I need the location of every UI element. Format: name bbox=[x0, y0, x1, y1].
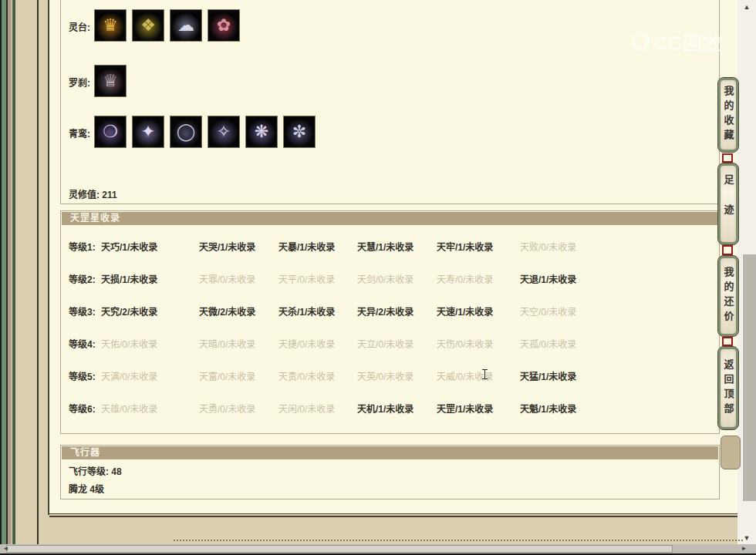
silver-circlet-icon[interactable]: ◯ bbox=[170, 116, 202, 148]
tiangang-cell: 天巧/1/未收录 bbox=[101, 240, 157, 253]
white-bird-icon[interactable]: ✧ bbox=[208, 116, 240, 148]
tiangang-row-label: 等级3: bbox=[69, 304, 96, 318]
white-crown-red-ribbon-icon[interactable]: ♕ bbox=[94, 65, 127, 97]
item-glyph: ♕ bbox=[103, 72, 118, 89]
button-connector bbox=[722, 337, 733, 346]
tiangang-cell: 天雄/0/未收录 bbox=[101, 402, 157, 415]
collection-row-label: 青鸾: bbox=[69, 116, 94, 140]
golden-crown-icon[interactable]: ♛ bbox=[94, 9, 127, 42]
purple-orb-icon[interactable]: ❍ bbox=[94, 116, 127, 148]
item-glyph: ✦ bbox=[141, 123, 155, 140]
tiangang-row: 等级5:天满/0/未收录天富/0/未收录天贵/0/未收录天英/0/未收录天威/0… bbox=[61, 369, 719, 402]
item-glyph: ☁ bbox=[177, 17, 194, 34]
tiangang-row: 等级1:天巧/1/未收录天哭/1/未收录天暴/1/未收录天慧/1/未收录天牢/1… bbox=[61, 240, 719, 272]
tiangang-cell: 天英/0/未收录 bbox=[357, 369, 413, 382]
footprints-button[interactable]: 足迹 bbox=[717, 163, 739, 245]
tiangang-cell: 天捷/0/未收录 bbox=[278, 337, 335, 350]
cc-replay-watermark: CC回放 bbox=[631, 28, 723, 56]
my-collection-button[interactable]: 我的收藏 bbox=[717, 77, 739, 153]
item-glyph: ✼ bbox=[292, 123, 306, 140]
side-tab-partial[interactable] bbox=[721, 436, 741, 469]
tiangang-cell: 天败/0/未收录 bbox=[520, 240, 576, 253]
dotted-separator bbox=[174, 540, 743, 541]
cc-replay-text: CC回放 bbox=[653, 28, 723, 56]
horizontal-scrollbar-thumb[interactable] bbox=[6, 545, 673, 553]
flight-level-line: 飞行等级: 48 bbox=[69, 464, 719, 477]
panel-bottom-border bbox=[49, 516, 737, 517]
tiangang-cell: 天勇/0/未收录 bbox=[199, 402, 255, 415]
my-counteroffer-button[interactable]: 我的还价 bbox=[717, 255, 739, 337]
collection-row-label: 罗刹: bbox=[69, 65, 94, 89]
my-collection-label: 我的收藏 bbox=[721, 86, 736, 144]
tiangang-row-label: 等级5: bbox=[69, 369, 96, 382]
white-moth-robe-icon[interactable]: ✦ bbox=[132, 116, 164, 148]
pink-bud-icon[interactable]: ✿ bbox=[208, 9, 240, 42]
collection-row: 灵台:♛❖☁✿ bbox=[61, 9, 719, 42]
tiangang-cell: 天满/0/未收录 bbox=[101, 369, 157, 382]
collection-rows: 灵台:♛❖☁✿罗刹:♕青鸾:❍✦◯✧❋✼ bbox=[61, 9, 719, 148]
button-connector bbox=[722, 153, 733, 163]
item-tile-strip: ♛❖☁✿ bbox=[94, 9, 240, 42]
tiangang-rows: 等级1:天巧/1/未收录天哭/1/未收录天暴/1/未收录天慧/1/未收录天牢/1… bbox=[61, 240, 719, 434]
tiangang-cell: 天寿/0/未收录 bbox=[437, 272, 493, 285]
tiangang-cell: 天闲/0/未收录 bbox=[278, 402, 335, 415]
vertical-scrollbar-thumb[interactable] bbox=[742, 254, 756, 501]
silver-bracelet-icon[interactable]: ✼ bbox=[283, 116, 316, 148]
tiangang-cell: 天究/2/未收录 bbox=[101, 304, 157, 318]
flight-mount-line: 腾龙 4级 bbox=[69, 482, 719, 495]
item-tile-strip: ♕ bbox=[94, 65, 127, 97]
tiangang-cell: 天剑/0/未收录 bbox=[357, 272, 413, 285]
item-glyph: ❖ bbox=[140, 17, 156, 34]
footprints-label: 足迹 bbox=[721, 174, 736, 234]
flight-section: 飞行器 飞行等级: 48 腾龙 4级 bbox=[60, 445, 720, 500]
tiangang-row-label: 等级4: bbox=[69, 337, 96, 350]
tiangang-cell: 天空/0/未收录 bbox=[520, 304, 576, 318]
tiangang-row-label: 等级1: bbox=[69, 240, 96, 253]
scroll-up-arrow-icon[interactable]: ▲ bbox=[741, 2, 753, 13]
my-counteroffer-label: 我的还价 bbox=[721, 267, 736, 325]
tiangang-cell: 天立/0/未收录 bbox=[357, 337, 413, 350]
tiangang-cell: 天微/2/未收录 bbox=[199, 304, 255, 318]
content-panel: 灵台:♛❖☁✿罗刹:♕青鸾:❍✦◯✧❋✼ 灵修值: 211 天罡星收录 等级1:… bbox=[49, 0, 738, 514]
cc-logo-icon bbox=[631, 32, 650, 51]
tiangang-row: 等级2:天损/1/未收录天罪/0/未收录天平/0/未收录天剑/0/未收录天寿/0… bbox=[61, 272, 719, 304]
tiangang-section-header: 天罡星收录 bbox=[62, 212, 718, 225]
tiangang-cell: 天罡/1/未收录 bbox=[437, 402, 493, 415]
tiangang-cell: 天富/0/未收录 bbox=[199, 369, 255, 382]
white-robe-icon[interactable]: ☁ bbox=[170, 9, 202, 42]
item-glyph: ❍ bbox=[103, 123, 118, 140]
tiangang-cell: 天猛/1/未收录 bbox=[520, 369, 576, 382]
lingxiu-label: 灵修值: bbox=[69, 190, 100, 200]
tiangang-cell: 天暴/1/未收录 bbox=[278, 240, 335, 253]
ribbon-jellyfish-icon[interactable]: ❋ bbox=[245, 116, 278, 148]
left-frame-stripe bbox=[12, 0, 15, 544]
item-glyph: ✿ bbox=[217, 17, 231, 34]
collection-row: 罗刹:♕ bbox=[61, 65, 719, 97]
tiangang-cell: 天损/1/未收录 bbox=[101, 272, 157, 285]
collections-section: 灵台:♛❖☁✿罗刹:♕青鸾:❍✦◯✧❋✼ 灵修值: 211 bbox=[60, 0, 720, 204]
text-cursor bbox=[481, 368, 488, 380]
scroll-right-arrow-icon[interactable]: ► bbox=[739, 545, 749, 553]
tiangang-cell: 天退/1/未收录 bbox=[520, 272, 576, 285]
tiangang-cell: 天魁/1/未收录 bbox=[520, 402, 576, 415]
tiangang-cell: 天罪/0/未收录 bbox=[199, 272, 255, 285]
scroll-down-arrow-icon[interactable]: ▼ bbox=[741, 533, 753, 544]
back-to-top-button[interactable]: 返回顶部 bbox=[717, 346, 739, 430]
page: 灵台:♛❖☁✿罗刹:♕青鸾:❍✦◯✧❋✼ 灵修值: 211 天罡星收录 等级1:… bbox=[0, 0, 756, 555]
tiangang-cell: 天孤/0/未收录 bbox=[520, 337, 576, 350]
scroll-left-arrow-icon[interactable]: ◄ bbox=[1, 545, 11, 553]
flight-section-header: 飞行器 bbox=[62, 446, 718, 459]
tiangang-cell: 天杀/1/未收录 bbox=[278, 304, 335, 318]
tiangang-row: 等级6:天雄/0/未收录天勇/0/未收录天闲/0/未收录天机/1/未收录天罡/1… bbox=[61, 402, 719, 434]
button-connector bbox=[722, 245, 733, 255]
tiangang-cell: 天伤/0/未收录 bbox=[437, 337, 493, 350]
collection-row: 青鸾:❍✦◯✧❋✼ bbox=[61, 116, 719, 148]
tiangang-cell: 天贵/0/未收录 bbox=[278, 369, 335, 382]
tiangang-cell: 天慧/1/未收录 bbox=[357, 240, 413, 253]
tiangang-cell: 天异/2/未收录 bbox=[357, 304, 413, 318]
golden-mask-icon[interactable]: ❖ bbox=[132, 9, 164, 42]
tiangang-row: 等级4:天佑/0/未收录天暗/0/未收录天捷/0/未收录天立/0/未收录天伤/0… bbox=[61, 337, 719, 369]
item-glyph: ◯ bbox=[177, 123, 196, 140]
back-to-top-label: 返回顶部 bbox=[721, 359, 736, 418]
tiangang-cell: 天牢/1/未收录 bbox=[437, 240, 493, 253]
